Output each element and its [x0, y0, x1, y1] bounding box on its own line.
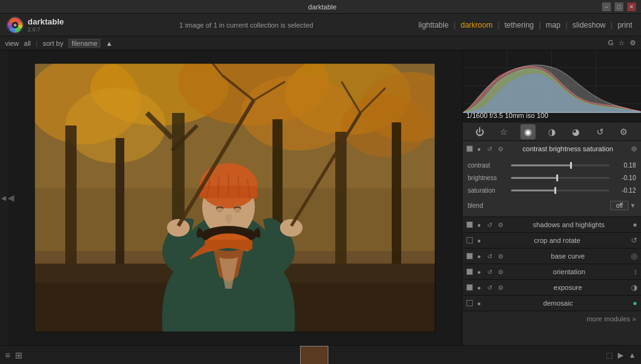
param-saturation-row: saturation -0.12 — [468, 184, 636, 196]
logo-area: darktable 2.0.7 — [6, 16, 64, 34]
nav-darkroom[interactable]: darkroom — [458, 19, 495, 31]
blend-value-text[interactable]: off — [610, 201, 628, 210]
nav-lighttable[interactable]: lighttable — [416, 19, 451, 31]
module-crop-enable[interactable] — [466, 237, 473, 244]
logo-text-area: darktable 2.0.7 — [28, 17, 64, 33]
module-exposure-gear[interactable]: ⚙ — [496, 283, 505, 292]
module-crop-header[interactable]: ● crop and rotate ↺ — [463, 233, 641, 248]
module-cbs-expand-icon[interactable]: ⊕ — [631, 144, 637, 153]
module-cbs-more[interactable]: ⚙ — [496, 144, 505, 153]
param-saturation-slider[interactable] — [511, 190, 610, 191]
module-demosaic-title: demosaic — [486, 299, 630, 307]
module-cbs-header[interactable]: ● ↺ ⚙ contrast brightness saturation ⊕ — [463, 141, 641, 156]
grid-icon[interactable]: G — [608, 39, 613, 47]
play-icon[interactable]: ▶ — [618, 351, 623, 360]
module-exposure-header[interactable]: ● ↺ ⚙ exposure ◑ — [463, 280, 641, 295]
module-basecurve: ● ↺ ⚙ base curve ◎ — [463, 249, 641, 264]
param-brightness-value: -0.10 — [612, 174, 636, 181]
module-crop-icon: ↺ — [631, 236, 637, 245]
histogram-chart — [463, 50, 641, 122]
param-contrast-value: 0.18 — [612, 162, 636, 169]
minimize-button[interactable]: − — [602, 3, 611, 11]
nav-map[interactable]: map — [543, 19, 563, 31]
module-icon-star[interactable]: ☆ — [496, 124, 511, 139]
grid-view-icon[interactable]: ⊞ — [15, 350, 23, 360]
param-saturation-value: -0.12 — [612, 187, 636, 194]
blend-dropdown-icon: ▼ — [630, 202, 636, 209]
module-basecurve-header[interactable]: ● ↺ ⚙ base curve ◎ — [463, 249, 641, 264]
module-cbs-presets[interactable]: ● — [475, 144, 483, 153]
all-label[interactable]: all — [24, 40, 31, 47]
module-shadows-controls: ● ↺ ⚙ — [466, 220, 505, 229]
filmstrip-area — [28, 346, 601, 365]
module-exposure-enable[interactable] — [466, 284, 473, 291]
maximize-button[interactable]: □ — [615, 3, 623, 11]
left-panel-toggle[interactable]: ◀ — [0, 50, 8, 345]
star-icon[interactable]: ☆ — [618, 39, 625, 47]
menu-icon[interactable]: ≡ — [5, 350, 10, 360]
nav-print[interactable]: print — [615, 19, 635, 31]
module-basecurve-title: base curve — [507, 252, 628, 260]
nav-sep-2: | — [497, 21, 499, 29]
module-shadows-icon: ● — [633, 220, 637, 229]
bottombar: ≡ ⊞ ⬚ ▶ ▲ — [0, 345, 641, 364]
module-orientation-enable[interactable] — [466, 269, 473, 275]
module-icon-gear[interactable]: ⚙ — [617, 124, 632, 139]
module-orientation-header[interactable]: ● ↺ ⚙ orientation ↕ — [463, 264, 641, 279]
module-icon-correct[interactable]: ◉ — [520, 124, 536, 139]
sort-value[interactable]: filename — [68, 39, 101, 48]
view-label[interactable]: view — [5, 40, 19, 47]
param-brightness-slider[interactable] — [511, 177, 610, 179]
close-button[interactable]: ✕ — [627, 3, 636, 11]
module-panel: ● ↺ ⚙ contrast brightness saturation ⊕ c… — [463, 141, 641, 345]
module-exposure-reset[interactable]: ↺ — [485, 283, 494, 292]
module-orientation-gear[interactable]: ⚙ — [496, 267, 505, 276]
module-shadows-dot[interactable]: ● — [475, 220, 483, 229]
module-basecurve-reset[interactable]: ↺ — [485, 252, 494, 260]
settings-icon[interactable]: ⚙ — [630, 39, 636, 47]
module-exposure-title: exposure — [507, 284, 628, 291]
module-shadows: ● ↺ ⚙ shadows and highlights ● — [463, 217, 641, 233]
more-modules-link[interactable]: more modules » — [586, 315, 636, 323]
module-shadows-enable[interactable] — [466, 222, 473, 228]
param-brightness-label: brightness — [468, 174, 509, 181]
module-icon-color[interactable]: ◑ — [544, 124, 559, 139]
module-orientation-dot[interactable]: ● — [475, 267, 483, 276]
right-panel: 1/1600 f/3.5 10mm iso 100 ⏻ ☆ ◉ ◑ ◕ ↺ ⚙ … — [462, 50, 641, 345]
module-icon-power[interactable]: ⏻ — [472, 124, 487, 139]
param-contrast-slider[interactable] — [511, 164, 610, 166]
module-basecurve-dot[interactable]: ● — [475, 252, 483, 260]
module-cbs-enable[interactable] — [466, 146, 473, 152]
module-demosaic-header[interactable]: ● demosaic ● — [463, 296, 641, 311]
blend-label: blend — [468, 202, 509, 209]
module-icons-bar: ⏻ ☆ ◉ ◑ ◕ ↺ ⚙ — [463, 122, 641, 141]
module-exposure-dot[interactable]: ● — [475, 283, 483, 292]
warning-icon[interactable]: ▲ — [628, 351, 636, 360]
module-demosaic-dot[interactable]: ● — [475, 299, 483, 308]
nav-slideshow[interactable]: slideshow — [570, 19, 608, 31]
more-modules-row: more modules » — [463, 311, 641, 326]
module-cbs-reset[interactable]: ↺ — [485, 144, 494, 153]
module-orientation-reset[interactable]: ↺ — [485, 267, 494, 276]
module-basecurve-enable[interactable] — [466, 253, 473, 259]
nav-tethering[interactable]: tethering — [502, 19, 537, 31]
sort-arrow-up[interactable]: ▲ — [105, 40, 112, 47]
module-shadows-header[interactable]: ● ↺ ⚙ shadows and highlights ● — [463, 217, 641, 232]
prev-image-arrow[interactable]: ◀ — [8, 193, 14, 203]
sort-label: sort by — [43, 40, 63, 47]
nav-sep-5: | — [611, 21, 613, 29]
right-icons: G ☆ ⚙ — [608, 39, 636, 47]
module-cbs-controls: ● ↺ ⚙ — [466, 144, 505, 153]
module-orientation-controls: ● ↺ ⚙ — [466, 267, 505, 276]
filmstrip-thumb[interactable] — [300, 346, 328, 365]
module-shadows-reset[interactable]: ↺ — [485, 220, 494, 229]
module-basecurve-gear[interactable]: ⚙ — [496, 252, 505, 260]
module-icon-effect[interactable]: ◕ — [568, 124, 583, 139]
module-crop-dot[interactable]: ● — [475, 236, 483, 245]
export-icon[interactable]: ⬚ — [606, 351, 613, 360]
module-orientation-icon: ↕ — [633, 267, 637, 276]
param-contrast-label: contrast — [468, 162, 509, 169]
module-demosaic-enable[interactable] — [466, 300, 473, 306]
module-icon-refresh[interactable]: ↺ — [593, 124, 608, 139]
module-shadows-gear[interactable]: ⚙ — [496, 220, 505, 229]
